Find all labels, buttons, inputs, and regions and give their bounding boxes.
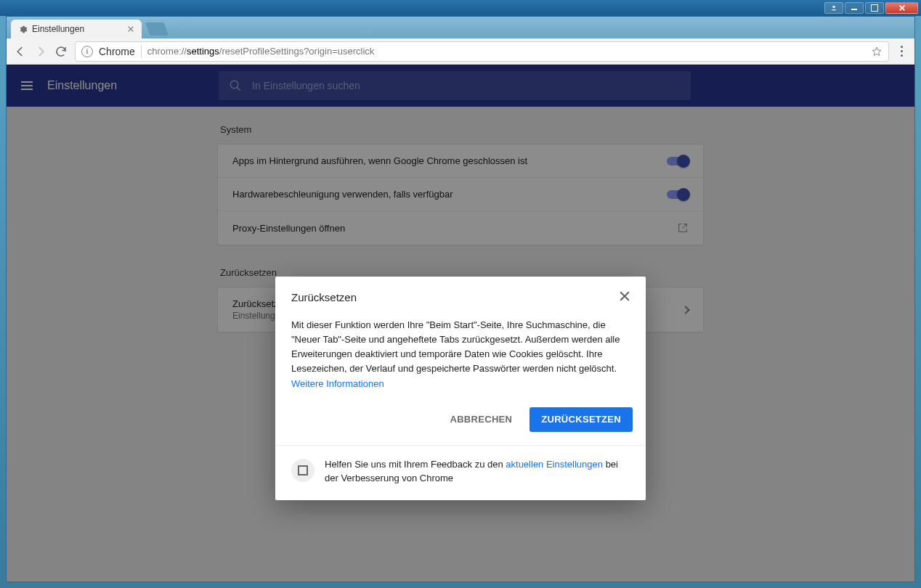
tab-title: Einstellungen — [32, 24, 84, 34]
browser-tab[interactable]: Einstellungen — [11, 20, 142, 38]
reset-dialog: Zurücksetzen Mit dieser Funktion werden … — [275, 277, 646, 500]
feedback-text: Helfen Sie uns mit Ihrem Feedback zu den… — [325, 457, 630, 486]
site-info-icon[interactable]: i — [81, 46, 93, 57]
gear-icon — [18, 25, 28, 34]
svg-point-0 — [832, 6, 835, 8]
dialog-body-text: Mit dieser Funktion werden Ihre "Beim St… — [291, 319, 620, 374]
window-titlebar — [0, 0, 921, 16]
browser-menu-button[interactable] — [896, 43, 907, 60]
tab-close-icon[interactable] — [127, 25, 134, 33]
page: Einstellungen System Apps im Hintergrund… — [7, 65, 914, 581]
current-settings-link[interactable]: aktuellen Einstellungen — [506, 459, 603, 470]
browser-toolbar: i Chrome chrome://settings/resetProfileS… — [7, 38, 914, 65]
dialog-close-button[interactable] — [620, 291, 630, 303]
browser-window: Einstellungen i Chrome chrome://settings… — [6, 16, 915, 582]
back-button[interactable] — [14, 45, 27, 58]
close-icon — [620, 291, 630, 301]
url-scheme-label: Chrome — [99, 46, 135, 57]
confirm-reset-button[interactable]: ZURÜCKSETZEN — [530, 407, 633, 432]
window-close-button[interactable] — [885, 2, 918, 14]
minimize-button[interactable] — [845, 2, 864, 14]
bookmark-star-icon[interactable] — [871, 46, 883, 57]
reload-button[interactable] — [54, 45, 68, 58]
new-tab-button[interactable] — [145, 23, 169, 36]
more-info-link[interactable]: Weitere Informationen — [291, 378, 384, 389]
address-bar[interactable]: i Chrome chrome://settings/resetProfileS… — [75, 41, 889, 62]
user-button[interactable] — [824, 2, 843, 14]
forward-button — [34, 45, 47, 58]
dialog-title: Zurücksetzen — [291, 291, 357, 303]
url-text: chrome://settings/resetProfileSettings?o… — [147, 46, 865, 57]
maximize-button[interactable] — [865, 2, 884, 14]
tab-strip: Einstellungen — [7, 17, 914, 38]
cancel-button[interactable]: ABBRECHEN — [438, 407, 524, 432]
feedback-checkbox[interactable] — [291, 459, 315, 482]
